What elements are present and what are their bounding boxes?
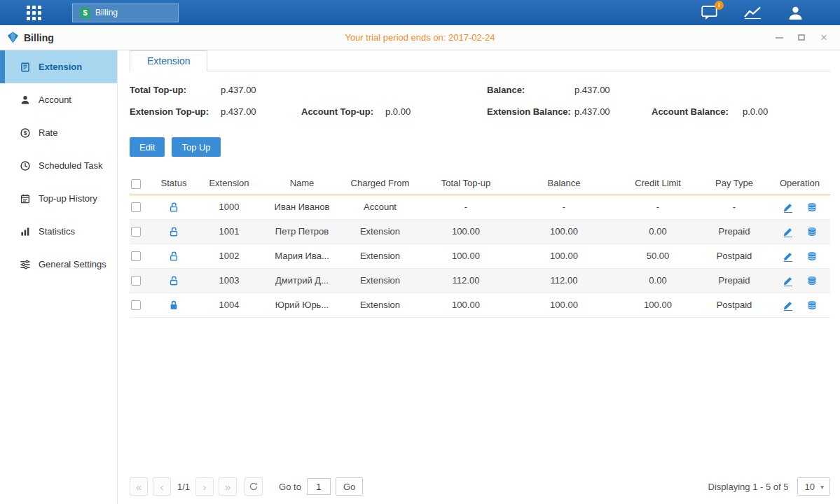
close-button[interactable]: × [819,33,829,43]
balance-cell: 100.00 [511,244,617,268]
page-indicator: 1/1 [177,482,190,492]
credit-limit-cell: - [617,195,699,219]
next-page-button[interactable]: › [195,477,214,496]
topup-history-icon [20,193,31,204]
edit-icon[interactable] [783,202,794,213]
name-cell: Иван Иванов [264,195,340,219]
pay-type-cell: Prepaid [699,219,769,244]
summary-value: p.437.00 [221,106,301,118]
reports-icon[interactable] [743,6,762,20]
sidebar-item-label: Account [39,94,71,105]
top-up-button[interactable]: Top Up [172,137,220,157]
extension-cell: 1002 [194,244,264,268]
apps-grid-icon[interactable] [27,6,41,20]
column-header-credit-limit: Credit Limit [617,172,699,195]
edit-button[interactable]: Edit [130,137,165,157]
dollar-icon: $ [80,8,90,18]
last-page-button[interactable]: » [219,477,237,496]
go-button[interactable]: Go [336,477,363,496]
row-checkbox[interactable] [131,276,141,286]
topbar-tab-billing[interactable]: $ Billing [72,4,179,22]
goto-page-input[interactable] [307,478,331,495]
sidebar-item-scheduled-task[interactable]: Scheduled Task [0,149,117,182]
row-checkbox[interactable] [131,227,141,237]
sidebar-item-extension[interactable]: Extension [0,50,117,83]
notification-badge: ! [715,1,724,10]
tab-extension[interactable]: Extension [130,50,207,71]
extension-cell: 1004 [194,293,264,317]
prev-page-button[interactable]: ‹ [153,477,171,496]
column-header-total-top-up: Total Top-up [420,172,511,195]
select-all-checkbox[interactable] [131,179,141,189]
displaying-count: Displaying 1 - 5 of 5 [708,482,789,492]
maximize-button[interactable] [797,33,806,43]
chevron-down-icon: ▾ [820,483,829,491]
summary-label: Account Top-up: [301,106,385,118]
sidebar-item-account[interactable]: Account [0,83,117,116]
page-size-select[interactable]: 10 ▾ [797,477,831,496]
table-row: 1001 Петр Петров Extension 100.00 100.00… [130,219,830,244]
rate-icon: $ [20,127,31,139]
table-header-row: StatusExtensionNameCharged FromTotal Top… [130,172,830,195]
edit-icon[interactable] [783,275,794,286]
summary-value: p.437.00 [574,106,652,118]
minimize-button[interactable] [774,33,784,43]
sidebar-item-label: Extension [39,62,82,72]
topup-icon[interactable] [806,202,818,213]
credit-limit-cell: 0.00 [617,268,699,293]
charged-from-cell: Extension [340,219,420,244]
edit-icon[interactable] [783,226,794,237]
sidebar-item-top-up-history[interactable]: Top-up History [0,182,117,215]
total-topup-cell: 112.00 [420,268,511,293]
pay-type-cell: - [699,195,769,219]
sidebar-item-label: Statistics [39,226,75,237]
row-checkbox[interactable] [131,251,141,261]
scheduled-task-icon [20,160,31,172]
unlock-icon [168,226,179,237]
edit-icon[interactable] [783,251,794,262]
pagination-bar: « ‹ 1/1 › » Go to Go Displaying 1 - 5 of… [130,477,830,496]
summary-value: p.437.00 [221,84,301,97]
topbar: $ Billing ! [0,0,840,25]
user-icon[interactable] [787,6,804,20]
pay-type-cell: Postpaid [699,293,769,317]
refresh-button[interactable] [245,477,263,496]
unlock-icon [168,202,179,213]
topbar-tab-label: Billing [95,8,118,18]
topup-icon[interactable] [806,251,818,262]
topup-icon[interactable] [806,226,818,237]
name-cell: Мария Ива... [264,244,340,268]
row-checkbox[interactable] [131,202,141,212]
charged-from-cell: Extension [340,244,420,268]
sidebar-item-label: Scheduled Task [39,160,103,171]
statistics-icon [20,226,31,237]
trial-notice: Your trial period ends on: 2017-02-24 [0,32,840,43]
balance-cell: 100.00 [511,219,617,244]
first-page-button[interactable]: « [130,477,148,496]
credit-limit-cell: 0.00 [617,219,699,244]
row-checkbox[interactable] [131,300,141,310]
extension-icon [20,62,31,73]
charged-from-cell: Account [340,195,420,219]
sidebar-item-statistics[interactable]: Statistics [0,215,117,248]
general-settings-icon [20,259,31,270]
column-header-balance: Balance [511,172,617,195]
charged-from-cell: Extension [340,268,420,293]
summary-label: Extension Top-up: [130,106,221,118]
main-content: Extension Total Top-up:p.437.00Balance:p… [118,50,840,504]
name-cell: Юрий Юрь... [264,293,340,317]
table-row: 1002 Мария Ива... Extension 100.00 100.0… [130,244,830,268]
topup-icon[interactable] [806,275,818,286]
goto-label: Go to [279,482,301,492]
summary-label: Extension Balance: [487,106,574,118]
sidebar-item-rate[interactable]: $Rate [0,116,117,149]
edit-icon[interactable] [783,300,794,311]
titlebar: Your trial period ends on: 2017-02-24 Bi… [0,25,840,50]
balance-cell: 112.00 [511,268,617,293]
messages-icon[interactable]: ! [701,6,718,20]
credit-limit-cell: 100.00 [617,293,699,317]
svg-text:$: $ [24,130,27,136]
topup-icon[interactable] [806,300,818,311]
sidebar-item-general-settings[interactable]: General Settings [0,248,117,281]
sidebar-item-label: Top-up History [39,193,97,204]
